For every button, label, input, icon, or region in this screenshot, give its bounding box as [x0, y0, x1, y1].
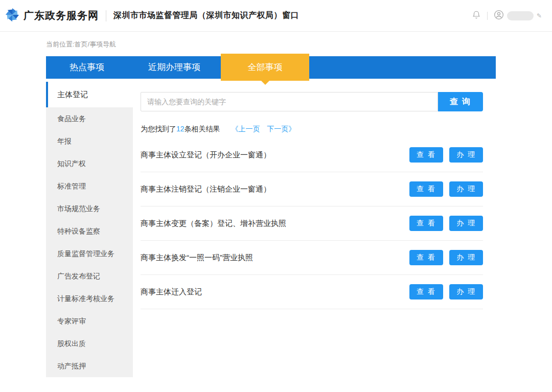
prev-page-link[interactable]: 《上一页 [231, 125, 260, 134]
sidebar-item-metrology-assessment[interactable]: 计量标准考核业务 [46, 287, 133, 310]
result-row: 商事主体迁入登记 查 看 办 理 [141, 275, 483, 309]
sidebar-item-intellectual-property[interactable]: 知识产权 [46, 152, 133, 175]
handle-button[interactable]: 办 理 [449, 147, 483, 163]
brand-name: 广东政务服务网 [24, 9, 99, 22]
sidebar-item-equity-pledge[interactable]: 股权出质 [46, 332, 133, 355]
result-count: 12 [176, 125, 185, 133]
sidebar-item-ad-publishing[interactable]: 广告发布登记 [46, 265, 133, 287]
sidebar-item-special-equipment[interactable]: 特种设备监察 [46, 220, 133, 242]
result-row: 商事主体设立登记（开办企业一窗通） 查 看 办 理 [141, 138, 483, 172]
handle-button[interactable]: 办 理 [449, 216, 483, 231]
sidebar-item-annual-report[interactable]: 年报 [46, 130, 133, 152]
breadcrumb: 当前位置:首页/事项导航 [46, 40, 552, 49]
view-button[interactable]: 查 看 [409, 181, 443, 197]
sidebar-item-chattel-mortgage[interactable]: 动产抵押 [46, 355, 133, 377]
header-actions: ✎ [472, 10, 542, 22]
result-actions: 查 看 办 理 [409, 147, 483, 163]
sidebar-item-food-business[interactable]: 食品业务 [46, 107, 133, 130]
main-layout: 主体登记 食品业务 年报 知识产权 标准管理 市场规范业务 特种设备监察 质量监… [46, 82, 496, 377]
summary-prefix: 为您找到了 [141, 125, 176, 133]
handle-button[interactable]: 办 理 [449, 181, 483, 197]
edit-pencil-icon: ✎ [537, 12, 542, 19]
tab-recent-items[interactable]: 近期办理事项 [128, 56, 221, 79]
sidebar-item-quality-supervision[interactable]: 质量监督管理业务 [46, 242, 133, 265]
brand-logo-link[interactable]: 广东政务服务网 [5, 8, 99, 24]
next-page-link[interactable]: 下一页》 [267, 125, 295, 134]
search-bar: 查 询 [141, 92, 483, 111]
view-button[interactable]: 查 看 [409, 284, 443, 299]
result-title: 商事主体注销登记（注销企业一窗通） [141, 185, 271, 194]
result-row: 商事主体换发“一照一码”营业执照 查 看 办 理 [141, 241, 483, 275]
header-separator [487, 12, 488, 20]
user-account-menu[interactable]: ✎ [494, 10, 542, 22]
notification-bell-button[interactable] [472, 10, 481, 21]
bell-icon [472, 10, 481, 21]
result-title: 商事主体设立登记（开办企业一窗通） [141, 150, 271, 160]
app-header: 广东政务服务网 深圳市市场监督管理局（深圳市知识产权局）窗口 ✎ [0, 0, 552, 32]
search-button[interactable]: 查 询 [438, 92, 483, 111]
tab-all-items-active[interactable]: 全部事项 [221, 54, 309, 81]
result-list: 商事主体设立登记（开办企业一窗通） 查 看 办 理 商事主体注销登记（注销企业一… [141, 138, 483, 309]
sidebar-item-market-regulation[interactable]: 市场规范业务 [46, 197, 133, 220]
handle-button[interactable]: 办 理 [449, 284, 483, 299]
view-button[interactable]: 查 看 [409, 250, 443, 265]
tab-hot-items[interactable]: 热点事项 [46, 56, 128, 79]
result-actions: 查 看 办 理 [409, 216, 483, 231]
result-actions: 查 看 办 理 [409, 250, 483, 265]
category-sidebar: 主体登记 食品业务 年报 知识产权 标准管理 市场规范业务 特种设备监察 质量监… [46, 82, 133, 377]
view-button[interactable]: 查 看 [409, 216, 443, 231]
tab-bar: 热点事项 近期办理事项 全部事项 [46, 56, 496, 79]
header-divider [106, 10, 106, 21]
summary-suffix: 条相关结果 [185, 125, 220, 133]
result-actions: 查 看 办 理 [409, 284, 483, 299]
user-avatar-icon [494, 10, 504, 22]
sidebar-item-expert-review[interactable]: 专家评审 [46, 310, 133, 332]
view-button[interactable]: 查 看 [409, 147, 443, 163]
sidebar-item-standard-management[interactable]: 标准管理 [46, 175, 133, 197]
result-title: 商事主体变更（备案）登记、增补营业执照 [141, 219, 286, 228]
result-row: 商事主体注销登记（注销企业一窗通） 查 看 办 理 [141, 172, 483, 206]
result-row: 商事主体变更（备案）登记、增补营业执照 查 看 办 理 [141, 206, 483, 241]
result-title: 商事主体迁入登记 [141, 287, 202, 297]
sidebar-item-subject-registration[interactable]: 主体登记 [46, 82, 133, 107]
window-title: 深圳市市场监督管理局（深圳市知识产权局）窗口 [113, 10, 299, 21]
result-title: 商事主体换发“一照一码”营业执照 [141, 253, 253, 263]
handle-button[interactable]: 办 理 [449, 250, 483, 265]
search-input[interactable] [141, 92, 438, 111]
result-actions: 查 看 办 理 [409, 181, 483, 197]
content-panel: 查 询 为您找到了12条相关结果 《上一页 下一页》 商事主体设立登记（开办企业… [141, 82, 483, 309]
result-summary: 为您找到了12条相关结果 《上一页 下一页》 [141, 125, 483, 134]
gdzwfw-pinwheel-logo-icon [5, 8, 19, 24]
username-redacted [507, 11, 534, 20]
